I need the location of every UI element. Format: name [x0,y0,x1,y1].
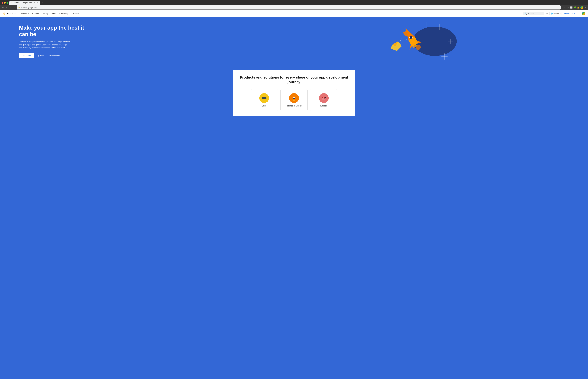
language-chevron-icon: ▾ [560,13,560,14]
release-monitor-icon [289,93,299,103]
svg-point-22 [405,37,406,37]
svg-point-32 [294,98,294,99]
try-demo-button[interactable]: Try demo [36,55,45,57]
svg-point-24 [406,39,407,40]
svg-point-23 [400,42,400,43]
close-window-button[interactable] [2,2,3,4]
language-label: English [553,13,559,15]
traffic-lights [2,2,8,4]
lock-icon: 🔒 [18,7,20,8]
home-button[interactable]: ⌂ [13,6,16,9]
maximize-window-button[interactable] [6,2,8,4]
engage-label: Engage [320,105,327,107]
nav-products[interactable]: Products ▾ [19,12,30,15]
products-chevron-icon: ▾ [28,13,29,14]
extension-icon[interactable]: 🧩 [574,6,576,9]
refresh-button[interactable]: ↻ [9,6,12,9]
globe-icon: 🌐 [551,13,553,15]
search-icon: 🔍 [525,13,527,15]
user-profile-avatar[interactable] [582,12,585,15]
browser-actions: ⬡ 🛡 ☆ ⬜ 🧩 🔔 ⋮ [562,6,586,9]
more-options-icon[interactable]: ⋮ [585,6,586,9]
nav-pricing[interactable]: Pricing [41,12,49,15]
address-bar[interactable]: 🔒 firebase.google.com [17,5,561,10]
notification-icon[interactable]: 🔔 [577,6,579,9]
nav-solutions[interactable]: Solutions [31,12,40,15]
svg-marker-28 [293,96,295,98]
release-monitor-label: Release & Monitor [286,105,302,107]
svg-point-21 [401,40,401,41]
hero-section: Make your app the best it can be Firebas… [0,17,588,66]
products-section-title: Products and solutions for every stage o… [238,75,350,84]
go-to-console-button[interactable]: Go to console [563,12,576,15]
back-button[interactable]: ← [2,6,4,9]
theme-toggle-button[interactable]: ☀ [546,12,548,15]
products-section: Products and solutions for every stage o… [0,66,588,116]
forward-button[interactable]: → [5,6,8,9]
watch-video-button[interactable]: Watch video [49,55,60,57]
build-icon: </> [259,93,269,103]
url-display: firebase.google.com [21,6,37,9]
nav-docs[interactable]: Docs ▾ [50,12,58,15]
nav-community[interactable]: Community ▾ [58,12,71,15]
shield-icon[interactable]: 🛡 [564,6,566,9]
nav-links: Products ▾ Solutions Pricing Docs ▾ Comm… [19,12,523,15]
cast-icon[interactable]: ⬡ [562,6,563,9]
tab-close-button[interactable]: ✕ [37,2,38,4]
rocket-svg [235,17,588,66]
docs-chevron-icon: ▾ [55,13,56,14]
firebase-logo-icon [3,12,6,15]
community-chevron-icon: ▾ [69,13,69,14]
firebase-logo-link[interactable]: Firebase [3,12,16,15]
nav-support[interactable]: Support [71,12,80,15]
search-bar[interactable]: 🔍 Search [523,12,544,15]
browser-tab-active[interactable]: Firebase | Google's Mobile a... ✕ [9,1,40,5]
browser-toolbar: ← → ↻ ⌂ 🔒 firebase.google.com ⬡ 🛡 ☆ ⬜ 🧩 … [0,5,588,10]
tab-bar: Firebase | Google's Mobile a... ✕ + [0,0,588,5]
build-label: Build [262,105,266,107]
nav-more-button[interactable]: ⋮ [578,12,580,15]
site-nav: Firebase Products ▾ Solutions Pricing Do… [0,10,588,17]
get-started-button[interactable]: Get started [19,53,34,58]
hero-title: Make your app the best it can be [19,24,90,37]
language-selector[interactable]: 🌐 English ▾ [549,12,562,15]
svg-point-18 [416,45,421,50]
tab-title: Firebase | Google's Mobile a... [14,2,36,4]
new-tab-button[interactable]: + [42,1,43,4]
tab-favicon-icon [11,2,13,4]
svg-point-19 [402,38,402,39]
hero-illustration [235,17,588,66]
nav-right: 🔍 Search ☀ 🌐 English ▾ Go to console ⋮ [523,12,585,15]
hero-content: Make your app the best it can be Firebas… [19,24,90,58]
profile-avatar[interactable] [580,6,583,9]
minimize-window-button[interactable] [4,2,6,4]
search-label: Search [528,13,533,15]
hero-actions: Get started Try demo | Watch video [19,53,90,58]
svg-point-20 [403,40,404,40]
star-icon[interactable]: ☆ [567,6,569,9]
svg-text:</>: </> [263,97,266,99]
products-grid: </> Build [238,89,350,111]
tab-search-icon[interactable]: ⬜ [570,6,573,9]
product-item-release-monitor[interactable]: Release & Monitor [280,89,308,111]
hero-divider: | [47,54,47,57]
hero-description: Firebase is an app development platform … [19,40,71,49]
products-card: Products and solutions for every stage o… [233,70,355,116]
product-item-engage[interactable]: Engage [310,89,337,111]
engage-icon [319,93,329,103]
product-item-build[interactable]: </> Build [251,89,278,111]
browser-chrome: Firebase | Google's Mobile a... ✕ + ← → … [0,0,588,10]
firebase-logo-text: Firebase [7,12,16,15]
